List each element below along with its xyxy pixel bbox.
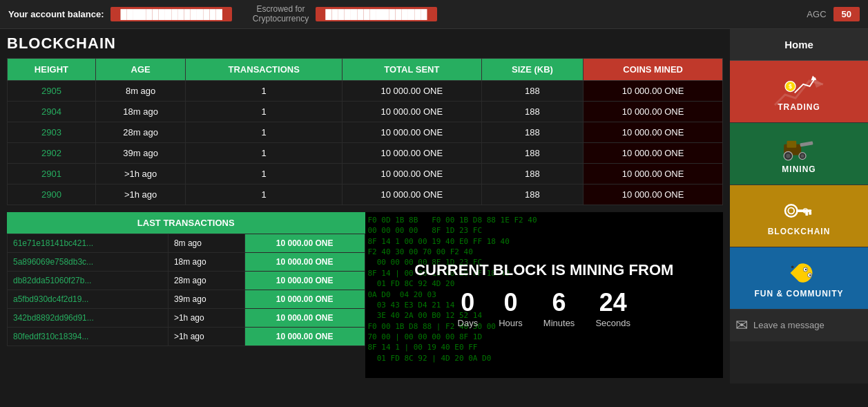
tx-amount: 10 000.00 ONE — [244, 308, 365, 327]
tx-age: 28m ago — [168, 271, 244, 290]
sidebar-item-fun[interactable]: FUN & COMMUNITY — [730, 247, 868, 310]
block-total-sent: 10 000.00 ONE — [342, 142, 481, 163]
sidebar-item-blockchain[interactable]: BLOCKCHAIN — [730, 185, 868, 247]
block-transactions: 1 — [186, 80, 343, 101]
escrow-label: Escrowed forCryptocurrency — [253, 4, 309, 24]
block-height[interactable]: 2902 — [8, 142, 96, 163]
mining-title: CURRENT BLOCK IS MINING FROM — [414, 261, 673, 279]
message-label: Leave a message — [753, 320, 824, 330]
svg-text:$: $ — [789, 83, 792, 90]
block-coins-mined: 10 000.00 ONE — [584, 122, 723, 142]
mining-tractor-icon — [782, 135, 816, 162]
tx-hash[interactable]: 342bd8892dd96d91... — [8, 308, 168, 327]
sidebar-item-trading[interactable]: $ TRADING — [730, 61, 868, 123]
svg-rect-5 — [787, 141, 797, 148]
days-value: 0 — [461, 290, 474, 315]
svg-point-9 — [801, 154, 804, 158]
minutes-label: Minutes — [543, 318, 575, 328]
col-coins-mined: COINS MINED — [584, 58, 723, 80]
blockchain-table: HEIGHT AGE TRANSACTIONS TOTAL SENT SIZE … — [7, 58, 723, 205]
bottom-section: LAST TRANSACTIONS 61e71e18141bc421... 8m… — [7, 212, 723, 378]
svg-point-17 — [791, 266, 794, 269]
top-bar: Your account balance: ████████████████ E… — [0, 0, 868, 29]
tx-hash[interactable]: 80feddf310c18394... — [8, 327, 168, 346]
tx-row: db82dda51060f27b... 28m ago 10 000.00 ON… — [8, 271, 365, 290]
seconds-label: Seconds — [595, 318, 630, 328]
block-total-sent: 10 000.00 ONE — [342, 80, 481, 101]
trading-label: TRADING — [778, 102, 820, 112]
sidebar-home[interactable]: Home — [730, 29, 868, 61]
blockchain-row: 2900 >1h ago 1 10 000.00 ONE 188 10 000.… — [8, 184, 723, 205]
block-age: 8m ago — [95, 80, 186, 101]
last-transactions-panel: LAST TRANSACTIONS 61e71e18141bc421... 8m… — [7, 212, 365, 378]
tx-amount: 10 000.00 ONE — [244, 271, 365, 290]
blockchain-row: 2903 28m ago 1 10 000.00 ONE 188 10 000.… — [8, 122, 723, 142]
col-age: AGE — [95, 58, 186, 80]
countdown-hours: 0 Hours — [499, 290, 523, 328]
block-size: 188 — [481, 184, 584, 205]
tx-hash[interactable]: 61e71e18141bc421... — [8, 234, 168, 252]
mining-overlay: CURRENT BLOCK IS MINING FROM 0 Days 0 Ho… — [365, 212, 724, 378]
block-coins-mined: 10 000.00 ONE — [584, 101, 723, 122]
block-height[interactable]: 2905 — [8, 80, 96, 101]
block-height[interactable]: 2901 — [8, 163, 96, 184]
sidebar-item-mining[interactable]: MINING — [730, 123, 868, 185]
tx-hash[interactable]: a5fbd930dc4f2d19... — [8, 290, 168, 308]
tx-table: 61e71e18141bc421... 8m ago 10 000.00 ONE… — [7, 234, 365, 346]
tx-row: a5fbd930dc4f2d19... 39m ago 10 000.00 ON… — [8, 290, 365, 308]
sidebar-item-message[interactable]: ✉ Leave a message — [730, 310, 868, 341]
countdown-seconds: 24 Seconds — [595, 290, 630, 328]
svg-rect-15 — [809, 212, 811, 215]
tx-row: 61e71e18141bc421... 8m ago 10 000.00 ONE — [8, 234, 365, 252]
tx-age: 18m ago — [168, 252, 244, 271]
sidebar: Home $ TRADING — [730, 29, 868, 384]
countdown: 0 Days 0 Hours 6 Minutes 24 — [458, 290, 630, 328]
block-transactions: 1 — [186, 163, 343, 184]
block-age: >1h ago — [95, 184, 186, 205]
svg-point-19 — [805, 269, 807, 271]
block-height[interactable]: 2904 — [8, 101, 96, 122]
block-age: 18m ago — [95, 101, 186, 122]
countdown-minutes: 6 Minutes — [543, 290, 575, 328]
tx-age: 8m ago — [168, 234, 244, 252]
tx-hash[interactable]: 5a896069e758db3c... — [8, 252, 168, 271]
tx-amount: 10 000.00 ONE — [244, 234, 365, 252]
escrow-value: ████████████████ — [316, 7, 436, 21]
blockchain-row: 2905 8m ago 1 10 000.00 ONE 188 10 000.0… — [8, 80, 723, 101]
balance-value: ████████████████ — [110, 7, 231, 21]
tx-row: 80feddf310c18394... >1h ago 10 000.00 ON… — [8, 327, 365, 346]
mining-label: MINING — [782, 164, 816, 174]
col-transactions: TRANSACTIONS — [186, 58, 343, 80]
tx-age: >1h ago — [168, 308, 244, 327]
blockchain-row: 2904 18m ago 1 10 000.00 ONE 188 10 000.… — [8, 101, 723, 122]
message-icon: ✉ — [735, 316, 748, 334]
last-tx-header: LAST TRANSACTIONS — [7, 212, 365, 234]
block-total-sent: 10 000.00 ONE — [342, 163, 481, 184]
block-age: 39m ago — [95, 142, 186, 163]
seconds-value: 24 — [599, 290, 627, 315]
balance-label: Your account balance: — [8, 9, 104, 19]
days-label: Days — [458, 318, 479, 328]
agc-value: 50 — [833, 7, 860, 21]
svg-rect-10 — [800, 142, 813, 147]
svg-point-7 — [786, 154, 790, 158]
col-total-sent: TOTAL SENT — [342, 58, 481, 80]
block-height[interactable]: 2900 — [8, 184, 96, 205]
block-transactions: 1 — [186, 184, 343, 205]
minutes-value: 6 — [552, 290, 566, 315]
tx-amount: 10 000.00 ONE — [244, 327, 365, 346]
svg-point-11 — [785, 205, 798, 218]
tx-amount: 10 000.00 ONE — [244, 290, 365, 308]
block-transactions: 1 — [186, 101, 343, 122]
block-size: 188 — [481, 101, 584, 122]
page-title: BLOCKCHAIN — [7, 35, 723, 53]
block-total-sent: 10 000.00 ONE — [342, 184, 481, 205]
tx-hash[interactable]: db82dda51060f27b... — [8, 271, 168, 290]
hours-value: 0 — [503, 290, 517, 315]
tx-amount: 10 000.00 ONE — [244, 252, 365, 271]
hours-label: Hours — [499, 318, 523, 328]
block-coins-mined: 10 000.00 ONE — [584, 184, 723, 205]
blockchain-nav-label: BLOCKCHAIN — [768, 227, 831, 236]
block-height[interactable]: 2903 — [8, 122, 96, 142]
content-area: BLOCKCHAIN HEIGHT AGE TRANSACTIONS TOTAL… — [0, 29, 730, 384]
